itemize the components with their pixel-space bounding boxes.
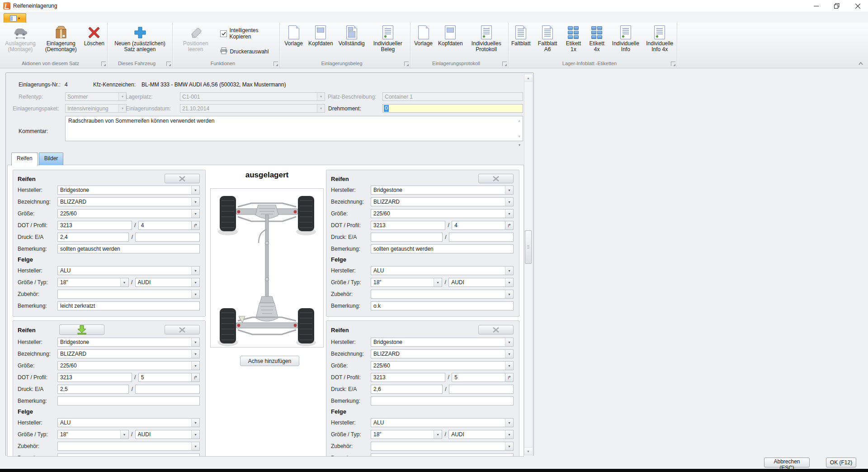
dialog-launcher-icon[interactable] bbox=[404, 62, 409, 66]
scroll-up-arrow[interactable]: ▲ bbox=[524, 74, 532, 82]
dialog-launcher-icon[interactable] bbox=[274, 62, 278, 66]
dialog-launcher-icon[interactable] bbox=[101, 62, 106, 66]
abbrechen-button[interactable]: Abbrechen (ESC) bbox=[764, 458, 810, 467]
zubehoer-combo[interactable]: ▾ bbox=[371, 442, 514, 451]
zubehoer-combo[interactable]: ▾ bbox=[57, 442, 200, 451]
druck-e-input[interactable] bbox=[371, 233, 443, 242]
positionen-leeren-button[interactable]: Positionen leeren bbox=[173, 23, 218, 59]
felge-groesse-combo[interactable]: 18"▾ bbox=[371, 430, 442, 439]
chevron-down-icon[interactable]: ▾ bbox=[505, 210, 513, 218]
felge-hersteller-combo[interactable]: ALU▾ bbox=[57, 418, 200, 427]
chevron-down-icon[interactable]: ▾ bbox=[505, 430, 513, 439]
achse-hinzufuegen-button[interactable]: Achse hinzufügen bbox=[240, 356, 299, 366]
chevron-down-icon[interactable]: ▾ bbox=[434, 430, 442, 439]
protokoll-kopfdaten-button[interactable]: Kopfdaten bbox=[436, 23, 465, 59]
lagerplatz-combo[interactable]: C1-001 ▾ bbox=[180, 92, 325, 101]
groesse-combo[interactable]: 225/60▾ bbox=[371, 209, 514, 218]
bezeichnung-combo[interactable]: BLIZZARD▾ bbox=[371, 349, 514, 358]
platz-beschreibung-input[interactable]: Container 1 bbox=[382, 92, 523, 101]
druck-e-input[interactable]: 2,4 bbox=[57, 233, 129, 242]
dialog-launcher-icon[interactable] bbox=[671, 62, 675, 66]
protokoll-vorlage-button[interactable]: Vorlage bbox=[412, 23, 435, 59]
bemerkung-input[interactable]: sollten getauscht werden bbox=[371, 244, 514, 253]
beleg-individuell-button[interactable]: Individueller Beleg bbox=[368, 23, 408, 59]
scroll-down-icon[interactable]: ▼ bbox=[518, 133, 521, 140]
vertical-scrollbar[interactable]: ▲ ▼ bbox=[524, 74, 533, 455]
bemerkung-input[interactable] bbox=[57, 396, 200, 405]
remove-set-button[interactable] bbox=[478, 174, 514, 183]
chevron-down-icon[interactable]: ▾ bbox=[118, 93, 126, 100]
chevron-down-icon[interactable]: ▾ bbox=[191, 362, 199, 370]
neuer-satz-button[interactable]: Neuen (zuästzlichen) Satz anlegen bbox=[109, 23, 171, 59]
chevron-down-icon[interactable]: ▾ bbox=[505, 267, 513, 275]
druck-e-input[interactable]: 2,5 bbox=[57, 385, 129, 394]
scroll-up-icon[interactable]: ▲ bbox=[518, 117, 521, 124]
druck-a-input[interactable] bbox=[135, 233, 200, 242]
felge-typ-combo[interactable]: AUDI▾ bbox=[135, 278, 200, 287]
takeover-values-button[interactable] bbox=[59, 324, 104, 335]
hersteller-combo[interactable]: Bridgestone▾ bbox=[57, 338, 200, 347]
protokoll-individuell-button[interactable]: Individuelles Protokoll bbox=[466, 23, 507, 59]
felge-groesse-combo[interactable]: 18"▾ bbox=[57, 430, 129, 439]
bezeichnung-combo[interactable]: BLIZZARD▾ bbox=[371, 197, 514, 206]
chevron-down-icon[interactable]: ▾ bbox=[505, 290, 513, 298]
scroll-down-arrow[interactable]: ▼ bbox=[524, 447, 532, 455]
restore-button[interactable] bbox=[826, 0, 847, 12]
remove-set-button[interactable] bbox=[478, 325, 514, 334]
intelligentes-kopieren-checkbox[interactable] bbox=[220, 30, 227, 37]
einlagerung-button[interactable]: Einlagerung (Demontage) bbox=[41, 23, 81, 59]
chevron-down-icon[interactable]: ▾ bbox=[317, 105, 325, 112]
druck-a-input[interactable] bbox=[135, 385, 200, 394]
groesse-combo[interactable]: 225/60▾ bbox=[371, 361, 514, 370]
felge-groesse-combo[interactable]: 18"▾ bbox=[57, 278, 129, 287]
chevron-down-icon[interactable]: ▾ bbox=[317, 93, 325, 100]
felge-typ-combo[interactable]: AUDI▾ bbox=[135, 430, 200, 439]
chevron-down-icon[interactable]: ▾ bbox=[191, 338, 199, 346]
chevron-down-icon[interactable]: ▾ bbox=[191, 267, 199, 275]
kommentar-textarea[interactable]: Radschrauben von Sommerreifen können ver… bbox=[65, 116, 523, 141]
chevron-down-icon[interactable]: ▾ bbox=[505, 442, 513, 450]
dot-input[interactable]: 3213 bbox=[371, 221, 445, 230]
dot-input[interactable]: 3213 bbox=[371, 373, 445, 382]
zubehoer-combo[interactable]: ▾ bbox=[371, 290, 514, 299]
felge-hersteller-combo[interactable]: ALU▾ bbox=[57, 266, 200, 275]
bezeichnung-combo[interactable]: BLIZZARD▾ bbox=[57, 349, 200, 358]
profil-input[interactable]: 4 bbox=[452, 221, 505, 230]
chevron-down-icon[interactable]: ▾ bbox=[191, 442, 199, 450]
ok-button[interactable]: OK (F12) bbox=[826, 458, 856, 467]
groesse-combo[interactable]: 225/60▾ bbox=[57, 361, 200, 370]
etikett-4x-button[interactable]: Etikett 4x bbox=[585, 23, 608, 59]
chevron-down-icon[interactable]: ▾ bbox=[505, 278, 513, 286]
beleg-vollstaendig-button[interactable]: Vollständig bbox=[336, 23, 367, 59]
dialog-launcher-icon[interactable] bbox=[502, 62, 507, 66]
druck-a-input[interactable] bbox=[449, 385, 514, 394]
tab-bilder[interactable]: Bilder bbox=[39, 153, 64, 165]
chevron-down-icon[interactable]: ▾ bbox=[191, 290, 199, 298]
hersteller-combo[interactable]: Bridgestone▾ bbox=[57, 186, 200, 195]
scrollbar-thumb[interactable] bbox=[525, 230, 532, 264]
etikett-1x-button[interactable]: Etikett 1x bbox=[562, 23, 585, 59]
individuelle-info-button[interactable]: Individuelle Info bbox=[609, 23, 642, 59]
druck-e-input[interactable]: 2,6 bbox=[371, 385, 443, 394]
auslagerung-button[interactable]: Auslagerung (Montage) bbox=[0, 23, 40, 59]
loeschen-button[interactable]: Löschen bbox=[82, 23, 107, 59]
profil-input[interactable]: 5 bbox=[138, 373, 192, 382]
drehmoment-input[interactable]: 0 bbox=[382, 104, 523, 113]
chevron-down-icon[interactable]: ▾ bbox=[505, 419, 513, 427]
beleg-vorlage-button[interactable]: Vorlage bbox=[282, 23, 305, 59]
application-menu-button[interactable]: ▾ bbox=[4, 13, 26, 23]
felge-typ-combo[interactable]: AUDI▾ bbox=[448, 430, 514, 439]
reifentyp-combo[interactable]: Sommer ▾ bbox=[65, 92, 127, 101]
faltblatt-a6-button[interactable]: Faltblatt A6 bbox=[534, 23, 561, 59]
groesse-combo[interactable]: 225/60▾ bbox=[57, 209, 200, 218]
felge-bemerkung-input[interactable]: o.k bbox=[371, 301, 514, 310]
druckerauswahl-button[interactable]: Druckerauswahl bbox=[220, 48, 279, 56]
felge-bemerkung-input[interactable] bbox=[371, 453, 514, 457]
einlagerungspaket-combo[interactable]: Intensivreinigung ▾ bbox=[65, 104, 127, 113]
felge-hersteller-combo[interactable]: ALU▾ bbox=[371, 418, 514, 427]
chevron-down-icon[interactable]: ▾ bbox=[191, 350, 199, 358]
minimize-button[interactable] bbox=[806, 0, 826, 12]
chevron-down-icon[interactable]: ▾ bbox=[191, 210, 199, 218]
kommentar-dropdown-button[interactable]: ▾ bbox=[516, 142, 523, 148]
chevron-down-icon[interactable]: ▾ bbox=[191, 186, 199, 194]
